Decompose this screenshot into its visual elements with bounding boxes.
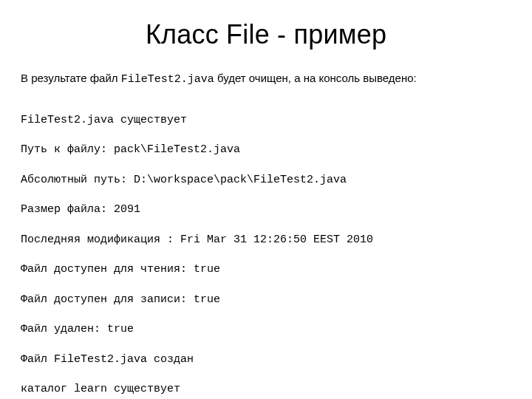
intro-paragraph: В результате файл FileTest2.java будет о… [21, 71, 511, 87]
console-line: Файл FileTest2.java создан [21, 352, 511, 367]
console-line: Файл доступен для чтения: true [21, 262, 511, 277]
intro-text-suffix: будет очищен, а на консоль выведено: [214, 72, 417, 84]
console-line: Абсолютный путь: D:\workspace\pack\FileT… [21, 173, 511, 188]
slide: Класс File - пример В результате файл Fi… [0, 0, 532, 399]
console-output: FileTest2.java существует Путь к файлу: … [21, 98, 511, 399]
intro-text-prefix: В результате файл [21, 72, 121, 84]
console-line: Последняя модификация : Fri Mar 31 12:26… [21, 233, 511, 248]
console-line: Размер файла: 2091 [21, 202, 511, 217]
console-line: Путь к файлу: pack\FileTest2.java [21, 143, 511, 157]
slide-title: Класс File - пример [21, 19, 511, 50]
console-line: каталог learn существует [21, 382, 511, 397]
console-line: FileTest2.java существует [21, 113, 511, 128]
console-line: Файл доступен для записи: true [21, 293, 511, 307]
intro-code-filename: FileTest2.java [121, 73, 214, 86]
console-line: Файл удален: true [21, 322, 511, 337]
